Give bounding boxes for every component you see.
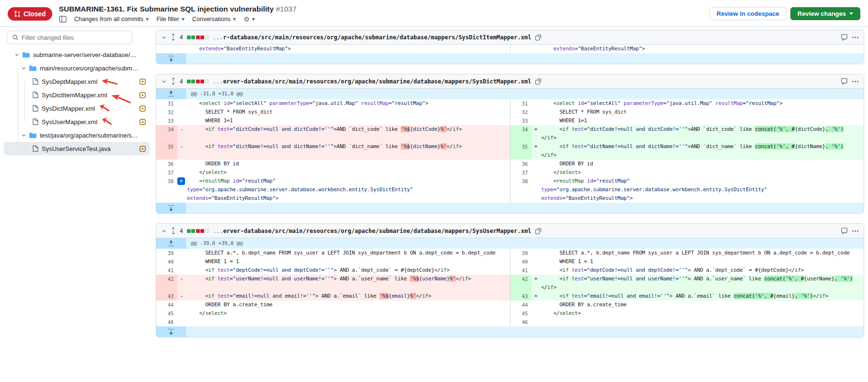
review-in-codespace-button[interactable]: Review in codespace	[709, 7, 787, 20]
line-number[interactable]: 31	[156, 99, 177, 108]
code-line: </if>	[541, 151, 864, 160]
line-number[interactable]	[510, 45, 532, 53]
line-number[interactable]: 43	[510, 292, 532, 301]
changes-from-dropdown[interactable]: Changes from all commits ▾	[74, 15, 149, 23]
file-path-text: erver-database/src/main/resources/org/ap…	[223, 78, 531, 85]
add-comment-button[interactable]: +	[177, 177, 185, 185]
tree-file-sysuserservicetest-java[interactable]: SysUserServiceTest.java	[4, 142, 150, 155]
line-number[interactable]: 45	[510, 309, 532, 318]
collapse-file-button[interactable]	[161, 228, 167, 234]
line-number[interactable]: 32	[156, 108, 177, 116]
file-path[interactable]: ...erver-database/src/main/resources/org…	[213, 228, 532, 234]
diff-settings-dropdown[interactable]: ⚙ ▾	[243, 15, 255, 23]
line-number[interactable]: 36	[510, 160, 532, 168]
diff-row: 4646	[156, 318, 864, 326]
line-number[interactable]: 37	[156, 168, 177, 177]
annotation-arrow	[101, 77, 119, 86]
line-number[interactable]: 40	[510, 257, 532, 266]
code-line: </select>	[541, 168, 864, 177]
line-number[interactable]: 42	[510, 275, 532, 292]
file-comment-button[interactable]	[841, 78, 848, 85]
expand-down-button[interactable]	[156, 326, 186, 337]
tree-file-sysdictmapper-xml[interactable]: SysDictMapper.xml	[4, 102, 150, 115]
conversations-dropdown[interactable]: Conversations ▾	[192, 15, 236, 23]
file-path[interactable]: ...erver-database/src/main/resources/org…	[213, 78, 532, 85]
copy-path-button[interactable]	[535, 228, 542, 234]
line-number[interactable]: 35	[510, 142, 532, 160]
line-number[interactable]: 33	[510, 116, 532, 125]
line-number[interactable]: 35	[156, 142, 177, 160]
expand-down-button[interactable]	[156, 53, 186, 64]
diffstat-square-none	[205, 80, 209, 83]
review-changes-button[interactable]: Review changes	[790, 7, 860, 20]
tree-folder-test-java-org-apache-submarine-s-[interactable]: test/java/org/apache/submarine/s…	[4, 128, 150, 142]
line-number[interactable]: 40	[156, 257, 177, 266]
chevron-down-icon	[14, 52, 20, 58]
expand-up-button[interactable]	[156, 89, 186, 99]
tree-folder-main-resources-org-apache-subm-[interactable]: main/resources/org/apache/subm…	[4, 61, 150, 75]
code-line: <select id="selectAll" parameterType="ja…	[541, 99, 864, 108]
line-number[interactable]: 44	[510, 301, 532, 309]
expand-down-button[interactable]	[156, 203, 186, 213]
line-number[interactable]: 41	[510, 266, 532, 275]
file-icon	[33, 145, 38, 152]
line-number[interactable]: 31	[510, 99, 532, 108]
line-number[interactable]: 32	[510, 108, 532, 116]
line-number[interactable]: 34	[156, 125, 177, 142]
line-number[interactable]: 43	[156, 292, 177, 301]
file-comment-button[interactable]	[841, 227, 848, 234]
file-options-button[interactable]	[852, 230, 859, 232]
line-number[interactable]	[156, 45, 177, 53]
file-filter-input[interactable]	[22, 34, 127, 41]
tree-file-sysdeptmapper-xml[interactable]: SysDeptMapper.xml	[4, 75, 150, 88]
tree-file-sysdictitemmapper-xml[interactable]: SysDictItemMapper.xml	[4, 88, 150, 102]
diff-sign	[532, 301, 540, 309]
copy-icon	[535, 228, 542, 234]
pull-request-closed-icon	[14, 11, 21, 17]
line-number[interactable]: 46	[156, 318, 177, 326]
diff-row: 45 </select>45 </select>	[156, 309, 864, 318]
diff-sign	[532, 168, 540, 177]
line-number[interactable]: 37	[510, 168, 532, 177]
modified-file-icon	[139, 79, 146, 85]
line-number[interactable]: 46	[510, 318, 532, 326]
file-comment-button[interactable]	[841, 34, 848, 41]
diffstat-square-add	[187, 229, 191, 233]
drag-handle[interactable]	[171, 78, 176, 85]
file-options-button[interactable]	[852, 81, 859, 82]
file-filter-dropdown[interactable]: File filter ▾	[156, 15, 185, 23]
drag-handle[interactable]	[171, 34, 176, 41]
diff-del-cell: 43- <if test="email!=null and email!=''"…	[156, 292, 510, 301]
diff-context-cell: 46	[510, 318, 864, 326]
line-number[interactable]: 39	[510, 249, 532, 257]
line-number[interactable]: 38	[156, 177, 177, 203]
diff-context-cell: 38+ <resultMap id="resultMap"type="org.a…	[156, 177, 510, 203]
collapse-file-button[interactable]	[161, 35, 167, 40]
collapse-file-button[interactable]	[161, 79, 167, 84]
code-line: ORDER BY id	[541, 160, 864, 168]
line-number[interactable]: 45	[156, 309, 177, 318]
tree-item-label: submarine-server/server-database/…	[33, 51, 136, 58]
sidebar-toggle-icon[interactable]	[59, 16, 67, 23]
file-options-button[interactable]	[852, 36, 859, 38]
code-line: </select>	[187, 309, 510, 318]
code-cell: </select>	[540, 168, 864, 177]
line-number[interactable]: 38	[510, 177, 532, 203]
expand-up-button[interactable]	[156, 238, 186, 249]
file-path[interactable]: ...r-database/src/main/resources/org/apa…	[213, 34, 532, 41]
line-number[interactable]: 33	[156, 116, 177, 125]
line-number[interactable]: 34	[510, 125, 532, 142]
tree-file-sysusermapper-xml[interactable]: SysUserMapper.xml	[4, 115, 150, 128]
copy-path-button[interactable]	[535, 78, 542, 85]
line-number[interactable]: 36	[156, 160, 177, 168]
diff-context-cell: 39 SELECT a.*, b.dept_name FROM sys_user…	[156, 249, 510, 257]
line-number[interactable]: 42	[156, 275, 177, 292]
line-number[interactable]: 41	[156, 266, 177, 275]
line-number[interactable]: 39	[156, 249, 177, 257]
code-line: <if test="dictCode!=null and dictCode!='…	[187, 125, 510, 134]
line-number[interactable]: 44	[156, 301, 177, 309]
tree-folder-submarine-server-server-database-[interactable]: submarine-server/server-database/…	[4, 48, 150, 61]
drag-handle[interactable]	[171, 227, 176, 234]
copy-path-button[interactable]	[535, 34, 542, 41]
code-line: <if test="userName!=null and userName!='…	[541, 275, 864, 283]
